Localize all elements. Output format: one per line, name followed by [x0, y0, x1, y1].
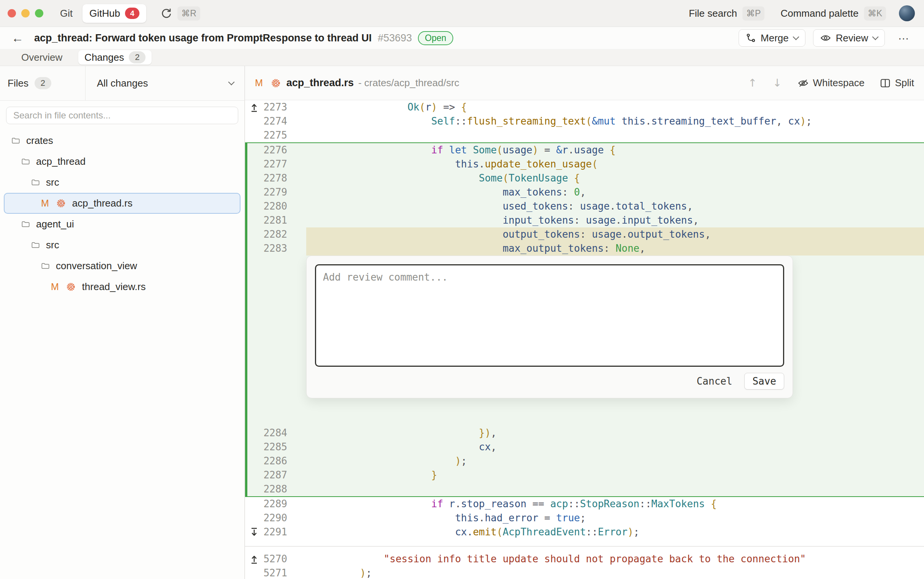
merge-button[interactable]: Merge: [739, 29, 806, 47]
gutter-spacer: [245, 454, 263, 468]
avatar[interactable]: [899, 5, 915, 21]
tree-item-label: acp_thread.rs: [72, 198, 133, 209]
code-text[interactable]: used_tokens: usage.total_tokens,: [306, 200, 924, 213]
back-button[interactable]: ←: [11, 32, 23, 44]
file-search-button[interactable]: File search ⌘P: [689, 7, 765, 21]
gutter-spacer: [245, 171, 263, 185]
line-number[interactable]: 2290: [263, 511, 306, 525]
cancel-button[interactable]: Cancel: [695, 373, 734, 389]
expand-up-icon[interactable]: [245, 100, 263, 114]
code-text[interactable]: max_tokens: 0,: [306, 185, 924, 200]
minimize-window-button[interactable]: [21, 9, 29, 18]
code-text[interactable]: );: [306, 454, 924, 468]
save-button[interactable]: Save: [744, 373, 784, 389]
code-text[interactable]: output_tokens: usage.output_tokens,: [306, 227, 924, 242]
code-text[interactable]: input_tokens: usage.input_tokens,: [306, 213, 924, 227]
review-label: Review: [836, 32, 868, 44]
code-text[interactable]: }: [306, 468, 924, 482]
line-number[interactable]: 2276: [263, 143, 306, 157]
split-view-toggle[interactable]: Split: [880, 77, 914, 89]
prev-change-button[interactable]: ↑: [748, 77, 757, 89]
chevron-down-icon: [228, 79, 235, 85]
changes-filter-label: All changes: [97, 77, 148, 89]
code-text[interactable]: cx,: [306, 440, 924, 454]
line-number[interactable]: 2286: [263, 454, 306, 468]
line-number[interactable]: 5270: [263, 552, 306, 566]
command-palette-button[interactable]: Command palette ⌘K: [780, 7, 886, 21]
code-text[interactable]: "session info title update should not pr…: [306, 552, 924, 566]
line-number[interactable]: 2284: [263, 426, 306, 440]
code-text[interactable]: }),: [306, 426, 924, 440]
gutter-spacer: [245, 200, 263, 213]
close-window-button[interactable]: [8, 9, 16, 18]
line-number[interactable]: 2275: [263, 128, 306, 142]
line-number[interactable]: 2281: [263, 213, 306, 227]
code-line: 2287 }: [245, 468, 924, 482]
eye-icon: [820, 34, 831, 42]
code-text[interactable]: Some(TokenUsage {: [306, 171, 924, 185]
tree-folder-src[interactable]: src: [4, 172, 241, 193]
code-text[interactable]: Self::flush_streaming_text(&mut this.str…: [306, 114, 924, 128]
line-number[interactable]: 2283: [263, 242, 306, 255]
code-text[interactable]: if let Some(usage) = &r.usage {: [306, 143, 924, 157]
line-number[interactable]: 2277: [263, 157, 306, 171]
line-number[interactable]: 2273: [263, 100, 306, 114]
tree-folder-acp_thread[interactable]: acp_thread: [4, 151, 241, 172]
code-line: 5271 );: [245, 566, 924, 579]
line-number[interactable]: 2285: [263, 440, 306, 454]
review-button[interactable]: Review: [813, 29, 885, 47]
second-hunk: 5270 "session info title update should n…: [245, 546, 924, 579]
code-text[interactable]: Ok(r) => {: [306, 100, 924, 114]
tree-file-acp_thread.rs[interactable]: MRacp_thread.rs: [4, 193, 241, 214]
code-line: 2282 output_tokens: usage.output_tokens,: [245, 227, 924, 242]
code-text[interactable]: this.had_error = true;: [306, 511, 924, 525]
search-input[interactable]: [6, 107, 238, 124]
code-line: 2276 if let Some(usage) = &r.usage {: [245, 143, 924, 157]
gutter-spacer: [245, 468, 263, 482]
review-comment-input[interactable]: [315, 264, 784, 367]
refresh-shortcut: ⌘R: [177, 7, 200, 21]
line-number[interactable]: 2287: [263, 468, 306, 482]
tree-folder-crates[interactable]: crates: [4, 130, 241, 151]
line-number[interactable]: 2280: [263, 200, 306, 213]
tree-folder-conversation_view[interactable]: conversation_view: [4, 255, 241, 276]
pr-title: acp_thread: Forward token usage from Pro…: [34, 32, 372, 44]
tab-changes[interactable]: Changes 2: [78, 50, 152, 65]
line-number[interactable]: 2278: [263, 171, 306, 185]
line-number[interactable]: 5271: [263, 566, 306, 579]
tab-git[interactable]: Git: [60, 8, 72, 20]
code-line: 2283 max_output_tokens: None,: [245, 242, 924, 255]
diff-filepath: - crates/acp_thread/src: [358, 77, 459, 89]
line-number[interactable]: 2289: [263, 497, 306, 511]
refresh-icon[interactable]: [161, 8, 172, 19]
code-line: 2275: [245, 128, 924, 142]
tab-overview[interactable]: Overview: [21, 52, 62, 64]
expand-down-icon[interactable]: [245, 525, 263, 539]
tab-changes-label: Changes: [84, 52, 124, 64]
file-search-label: File search: [689, 8, 737, 20]
expand-up-icon[interactable]: [245, 552, 263, 566]
code-text[interactable]: [306, 128, 924, 142]
code-text[interactable]: max_output_tokens: None,: [306, 242, 924, 255]
code-text[interactable]: if r.stop_reason == acp::StopReason::Max…: [306, 497, 924, 511]
code-text[interactable]: this.update_token_usage(: [306, 157, 924, 171]
changes-filter-dropdown[interactable]: All changes: [85, 66, 244, 100]
tree-folder-src[interactable]: src: [4, 235, 241, 255]
more-options-button[interactable]: …: [898, 29, 910, 42]
line-number[interactable]: 2274: [263, 114, 306, 128]
line-number[interactable]: 2291: [263, 525, 306, 539]
code-text[interactable]: [306, 482, 924, 496]
tab-github[interactable]: GitHub 4: [82, 4, 146, 23]
code-text[interactable]: cx.emit(AcpThreadEvent::Error);: [306, 525, 924, 539]
next-change-button[interactable]: ↓: [773, 77, 781, 89]
tree-folder-agent_ui[interactable]: agent_ui: [4, 214, 241, 235]
pr-number: #53693: [378, 32, 412, 44]
gutter-spacer: [245, 185, 263, 200]
line-number[interactable]: 2282: [263, 227, 306, 242]
code-text[interactable]: );: [306, 566, 924, 579]
line-number[interactable]: 2288: [263, 482, 306, 496]
whitespace-toggle[interactable]: Whitespace: [798, 77, 865, 89]
tree-file-thread_view.rs[interactable]: MRthread_view.rs: [4, 276, 241, 297]
line-number[interactable]: 2279: [263, 185, 306, 200]
zoom-window-button[interactable]: [35, 9, 43, 18]
